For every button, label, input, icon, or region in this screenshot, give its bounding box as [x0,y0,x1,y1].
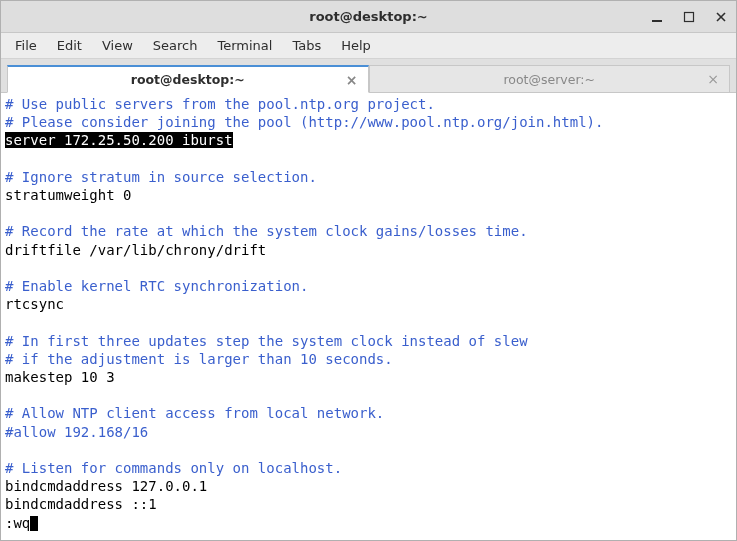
tab-label: root@desktop:~ [131,72,245,87]
minimize-icon[interactable] [648,8,666,26]
comment-line: #allow 192.168/16 [5,424,148,440]
config-line: rtcsync [5,296,64,312]
tab-close-icon[interactable]: × [346,72,358,88]
terminal-output[interactable]: # Use public servers from the pool.ntp.o… [1,93,736,540]
comment-line: # In first three updates step the system… [5,333,528,349]
tab-label: root@server:~ [503,72,595,87]
comment-line: # Ignore stratum in source selection. [5,169,317,185]
comment-line: # Record the rate at which the system cl… [5,223,528,239]
config-line: bindcmdaddress 127.0.0.1 [5,478,207,494]
comment-line: # if the adjustment is larger than 10 se… [5,351,393,367]
svg-rect-1 [685,12,694,21]
tabbar: root@desktop:~ × root@server:~ × [1,59,736,93]
config-line: makestep 10 3 [5,369,115,385]
menu-file[interactable]: File [7,35,45,56]
comment-line: # Please consider joining the pool (http… [5,114,603,130]
menu-help[interactable]: Help [333,35,379,56]
vim-command: :wq [5,515,30,531]
tab-server[interactable]: root@server:~ × [369,65,731,92]
comment-line: # Enable kernel RTC synchronization. [5,278,308,294]
config-line: stratumweight 0 [5,187,131,203]
menu-tabs[interactable]: Tabs [284,35,329,56]
window-title: root@desktop:~ [309,9,428,24]
menu-edit[interactable]: Edit [49,35,90,56]
cursor [30,516,38,531]
menu-view[interactable]: View [94,35,141,56]
highlighted-line: server 172.25.50.200 iburst [5,132,233,148]
maximize-icon[interactable] [680,8,698,26]
comment-line: # Allow NTP client access from local net… [5,405,384,421]
titlebar: root@desktop:~ [1,1,736,33]
menu-search[interactable]: Search [145,35,206,56]
comment-line: # Listen for commands only on localhost. [5,460,342,476]
config-line: bindcmdaddress ::1 [5,496,157,512]
comment-line: # Use public servers from the pool.ntp.o… [5,96,435,112]
tab-desktop[interactable]: root@desktop:~ × [7,65,369,93]
config-line: driftfile /var/lib/chrony/drift [5,242,266,258]
menu-terminal[interactable]: Terminal [209,35,280,56]
window-controls [648,1,730,32]
menubar: File Edit View Search Terminal Tabs Help [1,33,736,59]
tab-close-icon[interactable]: × [707,71,719,87]
close-icon[interactable] [712,8,730,26]
